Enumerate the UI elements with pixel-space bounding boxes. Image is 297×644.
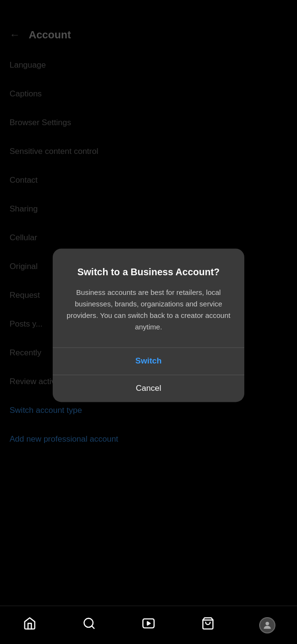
switch-business-modal: Switch to a Business Account? Business a… — [53, 248, 244, 402]
nav-video[interactable] — [137, 613, 160, 637]
modal-body: Switch to a Business Account? Business a… — [53, 248, 244, 333]
svg-point-4 — [265, 621, 269, 625]
video-icon — [142, 617, 155, 633]
profile-avatar — [259, 617, 275, 633]
home-icon — [23, 617, 36, 633]
modal-actions: Switch Cancel — [53, 347, 244, 402]
bottom-navigation — [0, 606, 297, 644]
svg-line-1 — [91, 626, 94, 628]
search-icon — [82, 617, 96, 633]
shop-icon — [201, 617, 215, 633]
nav-profile[interactable] — [255, 613, 279, 637]
nav-home[interactable] — [18, 613, 42, 637]
modal-title: Switch to a Business Account? — [66, 266, 231, 278]
nav-shop[interactable] — [196, 613, 220, 637]
switch-button[interactable]: Switch — [53, 348, 244, 375]
nav-search[interactable] — [77, 613, 101, 637]
modal-description: Business accounts are best for retailers… — [66, 287, 231, 333]
cancel-button[interactable]: Cancel — [53, 375, 244, 402]
